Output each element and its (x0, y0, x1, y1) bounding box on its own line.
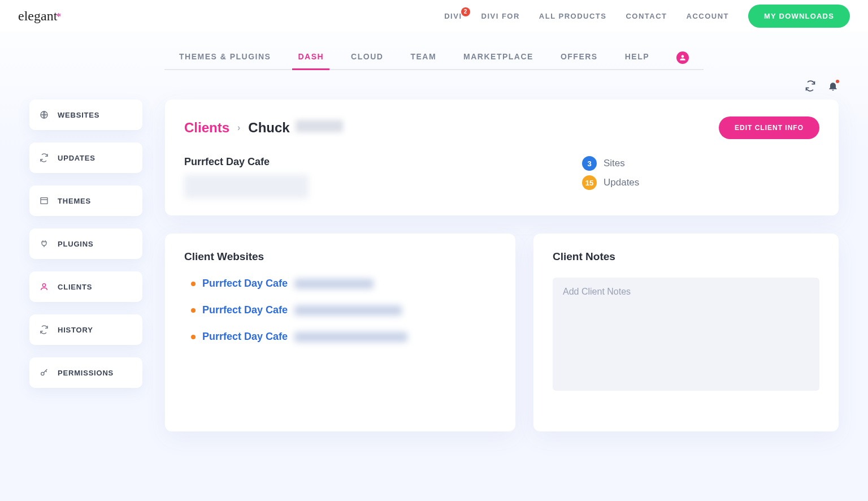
subnav-team[interactable]: TEAM (410, 46, 436, 69)
breadcrumb-row: Clients › Chuck EDIT CLIENT INFO (184, 116, 819, 139)
sidebar-label: THEMES (58, 197, 91, 205)
user-icon (679, 54, 687, 62)
sidebar-label: PLUGINS (58, 240, 93, 248)
breadcrumb: Clients › Chuck (184, 120, 343, 136)
redacted-url (294, 332, 407, 342)
site-list: Purrfect Day Cafe Purrfect Day Cafe Purr… (184, 278, 496, 343)
notification-badge: 2 (461, 7, 470, 16)
client-header-card: Clients › Chuck EDIT CLIENT INFO Purrfec… (165, 100, 839, 215)
notes-card-title: Client Notes (553, 250, 819, 263)
stat-sites: 3 Sites (582, 156, 819, 171)
svg-rect-1 (41, 198, 47, 204)
top-nav-right: DIVI 2 DIVI FOR ALL PRODUCTS CONTACT ACC… (444, 5, 850, 28)
globe-icon (40, 110, 49, 119)
utility-row (0, 70, 868, 92)
sidebar-item-history[interactable]: HISTORY (29, 314, 142, 345)
site-link[interactable]: Purrfect Day Cafe (202, 278, 288, 290)
notification-dot (836, 80, 839, 83)
sidebar-label: CLIENTS (58, 283, 92, 291)
updates-label: Updates (604, 177, 639, 188)
nav-divi-for[interactable]: DIVI FOR (481, 12, 520, 20)
subnav-themes-plugins[interactable]: THEMES & PLUGINS (179, 46, 271, 69)
status-dot-icon (191, 308, 196, 313)
brand-name: elegant (18, 8, 57, 24)
sidebar-item-permissions[interactable]: PERMISSIONS (29, 357, 142, 388)
nav-label: DIVI (444, 12, 462, 20)
status-dot-icon (191, 335, 196, 339)
plug-icon (40, 239, 49, 248)
sidebar: WEBSITES UPDATES THEMES PLUGINS CLIENTS … (29, 100, 142, 388)
refresh-icon (40, 153, 49, 162)
updates-count-badge: 15 (582, 175, 597, 190)
subnav-help[interactable]: HELP (625, 46, 649, 69)
history-icon (40, 325, 49, 334)
sidebar-item-updates[interactable]: UPDATES (29, 142, 142, 173)
site-link[interactable]: Purrfect Day Cafe (202, 331, 288, 343)
redacted-contact (184, 175, 309, 198)
top-nav: elegant* DIVI 2 DIVI FOR ALL PRODUCTS CO… (0, 0, 868, 32)
subnav-dash[interactable]: DASH (298, 46, 324, 69)
client-websites-card: Client Websites Purrfect Day Cafe Purrfe… (165, 234, 515, 431)
redacted-url (294, 279, 374, 289)
refresh-icon[interactable] (805, 80, 816, 92)
subnav-marketplace[interactable]: MARKETPLACE (463, 46, 533, 69)
svg-point-3 (41, 372, 44, 375)
nav-account[interactable]: ACCOUNT (687, 12, 730, 20)
sidebar-item-themes[interactable]: THEMES (29, 185, 142, 216)
client-stats: 3 Sites 15 Updates (582, 156, 819, 198)
svg-point-2 (42, 284, 45, 287)
sidebar-label: WEBSITES (58, 111, 99, 119)
key-icon (40, 368, 49, 377)
site-link[interactable]: Purrfect Day Cafe (202, 304, 288, 316)
site-row[interactable]: Purrfect Day Cafe (191, 304, 496, 316)
client-notes-card: Client Notes (533, 234, 839, 431)
main-layout: WEBSITES UPDATES THEMES PLUGINS CLIENTS … (0, 92, 868, 431)
asterisk-icon: * (56, 11, 61, 23)
redacted-lastname (296, 120, 343, 132)
breadcrumb-leaf: Chuck (248, 120, 343, 136)
websites-card-title: Client Websites (184, 250, 496, 263)
nav-all-products[interactable]: ALL PRODUCTS (539, 12, 607, 20)
client-info-row: Purrfect Day Cafe 3 Sites 15 Updates (184, 156, 819, 198)
sidebar-label: HISTORY (58, 326, 93, 334)
breadcrumb-root[interactable]: Clients (184, 120, 229, 136)
lower-row: Client Websites Purrfect Day Cafe Purrfe… (165, 234, 839, 431)
bell-icon[interactable] (827, 80, 839, 92)
content-column: Clients › Chuck EDIT CLIENT INFO Purrfec… (165, 100, 839, 431)
sidebar-label: UPDATES (58, 154, 96, 162)
client-notes-input[interactable] (553, 278, 819, 391)
status-dot-icon (191, 282, 196, 286)
chevron-right-icon: › (237, 123, 240, 133)
site-row[interactable]: Purrfect Day Cafe (191, 331, 496, 343)
subnav-cloud[interactable]: CLOUD (351, 46, 383, 69)
site-row[interactable]: Purrfect Day Cafe (191, 278, 496, 290)
nav-contact[interactable]: CONTACT (626, 12, 667, 20)
edit-client-button[interactable]: EDIT CLIENT INFO (719, 116, 819, 139)
sidebar-item-clients[interactable]: CLIENTS (29, 271, 142, 302)
sites-label: Sites (604, 158, 625, 169)
brand-logo[interactable]: elegant* (18, 8, 61, 24)
sidebar-item-plugins[interactable]: PLUGINS (29, 228, 142, 259)
sub-nav-wrap: THEMES & PLUGINS DASH CLOUD TEAM MARKETP… (0, 32, 868, 70)
client-info-left: Purrfect Day Cafe (184, 156, 537, 198)
stat-updates: 15 Updates (582, 175, 819, 190)
my-downloads-button[interactable]: MY DOWNLOADS (748, 5, 850, 28)
client-company-name: Purrfect Day Cafe (184, 156, 537, 168)
sidebar-label: PERMISSIONS (58, 369, 114, 377)
client-first-name: Chuck (248, 120, 289, 135)
user-icon (40, 282, 49, 291)
nav-divi[interactable]: DIVI 2 (444, 12, 462, 20)
sidebar-item-websites[interactable]: WEBSITES (29, 100, 142, 130)
sites-count-badge: 3 (582, 156, 597, 171)
sub-nav: THEMES & PLUGINS DASH CLOUD TEAM MARKETP… (164, 46, 704, 70)
account-avatar-icon[interactable] (676, 51, 689, 64)
subnav-offers[interactable]: OFFERS (561, 46, 598, 69)
redacted-url (294, 305, 402, 316)
layout-icon (40, 196, 49, 205)
